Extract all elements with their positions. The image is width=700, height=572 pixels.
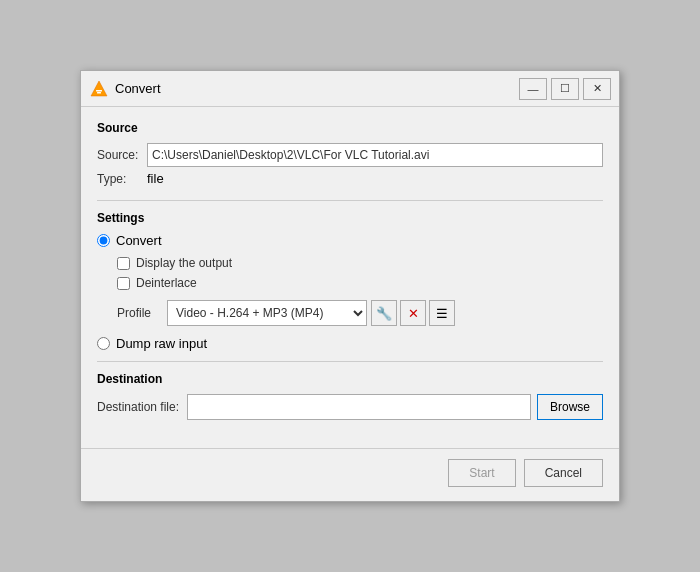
dump-radio-label[interactable]: Dump raw input — [116, 336, 207, 351]
svg-rect-1 — [96, 90, 102, 92]
destination-section-label: Destination — [97, 372, 603, 386]
profile-delete-button[interactable]: ✕ — [400, 300, 426, 326]
source-section: Source Source: Type: file — [97, 121, 603, 186]
profile-buttons: 🔧 ✕ ☰ — [371, 300, 455, 326]
start-button[interactable]: Start — [448, 459, 515, 487]
type-value-label: file — [147, 171, 164, 186]
profile-select[interactable]: Video - H.264 + MP3 (MP4) Video - H.265 … — [167, 300, 367, 326]
app-icon — [89, 79, 109, 99]
profile-settings-button[interactable]: 🔧 — [371, 300, 397, 326]
maximize-button[interactable]: ☐ — [551, 78, 579, 100]
profile-row: Profile Video - H.264 + MP3 (MP4) Video … — [117, 300, 603, 326]
dump-radio[interactable] — [97, 337, 110, 350]
source-section-label: Source — [97, 121, 603, 135]
deinterlace-label[interactable]: Deinterlace — [136, 276, 197, 290]
dialog-footer: Start Cancel — [81, 448, 619, 501]
profile-list-button[interactable]: ☰ — [429, 300, 455, 326]
display-output-row: Display the output — [117, 256, 603, 270]
destination-row: Destination file: Browse — [97, 394, 603, 420]
cancel-button[interactable]: Cancel — [524, 459, 603, 487]
divider-1 — [97, 200, 603, 201]
destination-file-input[interactable] — [187, 394, 531, 420]
deinterlace-row: Deinterlace — [117, 276, 603, 290]
convert-radio-label[interactable]: Convert — [116, 233, 162, 248]
dialog-content: Source Source: Type: file Settings Conve… — [81, 107, 619, 448]
svg-rect-2 — [97, 92, 101, 94]
destination-section: Destination Destination file: Browse — [97, 372, 603, 420]
browse-button[interactable]: Browse — [537, 394, 603, 420]
settings-section: Settings Convert Display the output Dein… — [97, 211, 603, 351]
dump-radio-row: Dump raw input — [97, 336, 603, 351]
source-path-input[interactable] — [147, 143, 603, 167]
title-bar: Convert — ☐ ✕ — [81, 71, 619, 107]
display-output-label[interactable]: Display the output — [136, 256, 232, 270]
main-window: Convert — ☐ ✕ Source Source: Type: file … — [80, 70, 620, 502]
display-output-checkbox[interactable] — [117, 257, 130, 270]
window-controls: — ☐ ✕ — [519, 78, 611, 100]
type-key-label: Type: — [97, 172, 147, 186]
convert-radio[interactable] — [97, 234, 110, 247]
settings-section-label: Settings — [97, 211, 603, 225]
source-key-label: Source: — [97, 148, 147, 162]
divider-2 — [97, 361, 603, 362]
deinterlace-checkbox[interactable] — [117, 277, 130, 290]
window-title: Convert — [115, 81, 519, 96]
source-type-row: Type: file — [97, 171, 603, 186]
close-button[interactable]: ✕ — [583, 78, 611, 100]
dest-file-label: Destination file: — [97, 400, 187, 414]
svg-marker-0 — [91, 81, 107, 96]
profile-label: Profile — [117, 306, 167, 320]
source-row: Source: — [97, 143, 603, 167]
minimize-button[interactable]: — — [519, 78, 547, 100]
convert-radio-row: Convert — [97, 233, 603, 248]
